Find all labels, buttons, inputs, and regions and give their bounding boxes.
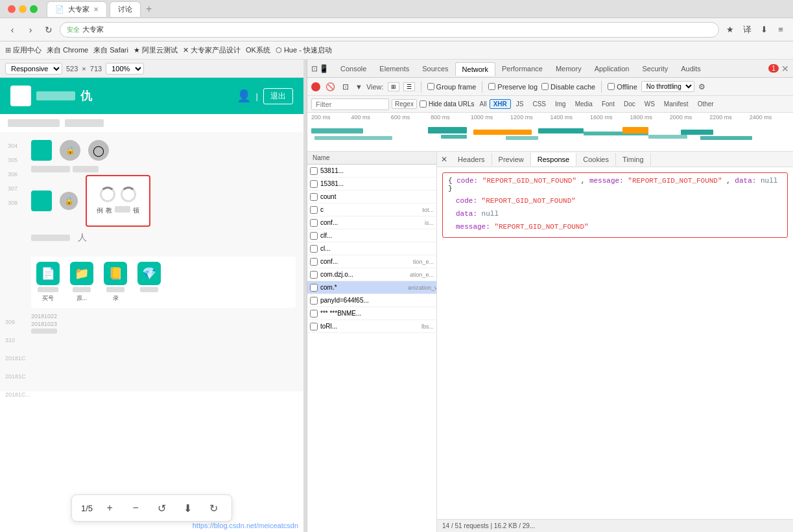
filter-xhr[interactable]: XHR (490, 99, 511, 109)
req-checkbox[interactable] (310, 219, 318, 227)
bookmark-aliyun[interactable]: ★ 阿里云测试 (134, 45, 178, 55)
filter-other[interactable]: Other (694, 99, 718, 109)
req-checkbox[interactable] (310, 167, 318, 175)
new-tab-button[interactable]: + (143, 3, 154, 15)
filter-doc[interactable]: Doc (620, 99, 639, 109)
request-row[interactable]: 53811... (307, 165, 436, 178)
filter-img[interactable]: Img (551, 99, 570, 109)
preserve-log-label[interactable]: Preserve log (488, 83, 538, 91)
filter-input[interactable] (311, 98, 389, 110)
file-icon[interactable]: 📄 (36, 262, 60, 285)
request-row[interactable]: com.dzj.o... ation_e... (307, 268, 436, 281)
disable-cache-checkbox[interactable] (541, 83, 549, 90)
bookmark-chrome[interactable]: 来自 Chrome (47, 45, 88, 55)
diamond-icon[interactable]: 💎 (137, 262, 161, 285)
detail-tab-cookies[interactable]: Cookies (576, 153, 616, 166)
req-checkbox[interactable] (310, 310, 318, 318)
bookmark-ok[interactable]: OK系统 (246, 45, 270, 55)
detail-close-icon[interactable]: ✕ (437, 155, 451, 164)
tab-audits[interactable]: Audits (674, 62, 707, 75)
page-add-button[interactable]: + (101, 499, 119, 517)
regex-button[interactable]: Regex (392, 99, 417, 109)
bookmark-apps[interactable]: ⊞ 应用中心 (5, 45, 41, 55)
teal-icon-1[interactable] (31, 140, 52, 161)
browser-tab-active[interactable]: 📄 大专家 ✕ (47, 1, 107, 17)
request-row-selected[interactable]: com.* anization_v... (307, 281, 436, 294)
detail-tab-preview[interactable]: Preview (492, 153, 531, 166)
bookmark-safari[interactable]: 来自 Safari (93, 45, 128, 55)
request-row[interactable]: clf... (307, 229, 436, 242)
request-row[interactable]: *** ***BNME... (307, 307, 436, 320)
request-row[interactable]: conf... tion_e... (307, 255, 436, 268)
req-checkbox[interactable] (310, 245, 318, 253)
refresh-button[interactable]: ↻ (41, 23, 56, 37)
page-minus-button[interactable]: − (126, 499, 145, 517)
throttle-select[interactable]: No throttling (641, 81, 694, 92)
req-checkbox[interactable] (310, 258, 318, 266)
filter-manifest[interactable]: Manifest (660, 99, 692, 109)
filter-media[interactable]: Media (571, 99, 597, 109)
filter-ws[interactable]: WS (641, 99, 659, 109)
page-download-button[interactable]: ⬇ (178, 499, 196, 517)
tab-sources[interactable]: Sources (416, 62, 455, 75)
star-icon[interactable]: ★ (723, 23, 737, 37)
forward-button[interactable]: › (23, 23, 38, 37)
req-checkbox[interactable] (310, 232, 318, 240)
teal-icon-2[interactable] (31, 191, 52, 211)
filter-font[interactable]: Font (598, 99, 619, 109)
circle-icon[interactable]: ◯ (88, 140, 109, 161)
filter-css[interactable]: CSS (528, 99, 550, 109)
devtools-device-icon[interactable]: 📱 (319, 64, 329, 73)
hide-data-urls-label[interactable]: Hide data URLs (420, 100, 475, 108)
folder-icon[interactable]: 📁 (70, 262, 93, 285)
tab-elements[interactable]: Elements (373, 62, 416, 75)
responsive-mode-select[interactable]: Responsive (5, 63, 62, 75)
browser-tab-2[interactable]: 讨论 (110, 1, 141, 17)
bookmark-dazhuanjia[interactable]: ✕ 大专家产品设计 (183, 45, 241, 55)
page-rotate-right-button[interactable]: ↻ (204, 499, 222, 517)
detail-tab-timing[interactable]: Timing (616, 153, 651, 166)
menu-icon[interactable]: ≡ (774, 23, 788, 37)
preserve-log-checkbox[interactable] (488, 83, 495, 90)
filter-toggle-button[interactable]: ⊡ (340, 81, 351, 93)
request-row[interactable]: toRl... lbs... (307, 320, 436, 333)
responsive-zoom-select[interactable]: 100% (106, 63, 144, 75)
logout-button[interactable]: 退出 (263, 88, 293, 104)
close-traffic-light[interactable] (8, 5, 16, 13)
req-checkbox[interactable] (310, 180, 318, 188)
request-row[interactable]: cl... (307, 242, 436, 255)
translate-icon[interactable]: 译 (740, 23, 754, 37)
devtools-inspect-icon[interactable]: ⊡ (311, 64, 318, 73)
tab-memory[interactable]: Memory (549, 62, 588, 75)
disable-cache-label[interactable]: Disable cache (541, 83, 595, 91)
fullscreen-traffic-light[interactable] (30, 5, 38, 13)
filter-js[interactable]: JS (512, 99, 528, 109)
group-frame-checkbox[interactable] (427, 83, 434, 90)
detail-tab-headers[interactable]: Headers (451, 153, 492, 166)
req-checkbox[interactable] (310, 206, 318, 214)
tab-close-icon[interactable]: ✕ (93, 6, 99, 13)
lock-icon[interactable]: 🔒 (60, 140, 80, 161)
tab-performance[interactable]: Performance (495, 62, 549, 75)
page-rotate-left-button[interactable]: ↺ (152, 499, 171, 517)
list-view-button[interactable]: ☰ (403, 82, 415, 91)
lock-icon-2[interactable]: 🔒 (60, 192, 78, 210)
tab-application[interactable]: Application (588, 62, 636, 75)
offline-label[interactable]: Offline (608, 83, 637, 91)
clear-button[interactable]: 🚫 (324, 81, 336, 93)
req-checkbox[interactable] (310, 284, 318, 292)
req-checkbox[interactable] (310, 193, 318, 201)
address-bar[interactable]: 安全 大专家 (60, 22, 719, 38)
download-icon[interactable]: ⬇ (757, 23, 771, 37)
record-button[interactable] (311, 82, 320, 91)
group-frame-label[interactable]: Group frame (427, 83, 477, 91)
offline-checkbox[interactable] (608, 83, 615, 90)
tab-network[interactable]: Network (455, 62, 495, 76)
devtools-close-icon[interactable]: ✕ (781, 64, 789, 74)
request-row[interactable]: c tot... (307, 203, 436, 216)
bookmark-hue[interactable]: ⬡ Hue - 快速启动 (276, 45, 332, 55)
grid-view-button[interactable]: ⊞ (388, 82, 399, 91)
request-row[interactable]: 15381... (307, 178, 436, 191)
request-row[interactable]: count (307, 191, 436, 203)
request-row[interactable]: panyId=644f65... (307, 294, 436, 307)
